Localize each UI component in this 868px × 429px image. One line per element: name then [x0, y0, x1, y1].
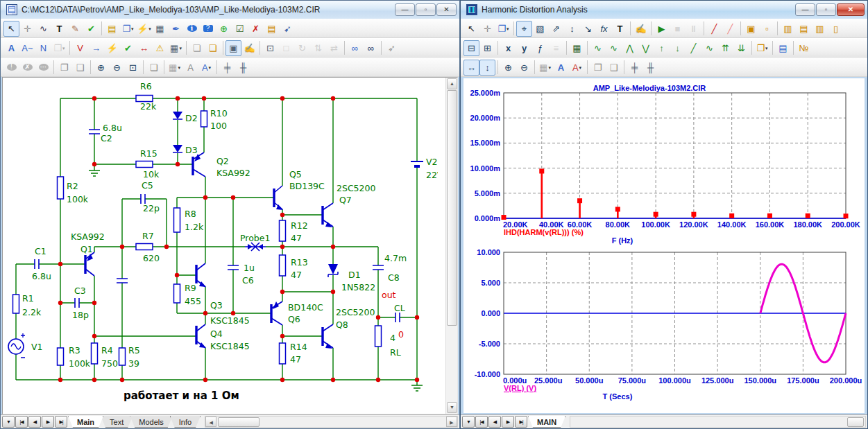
bus-tool[interactable]: ▤	[104, 21, 120, 37]
clipboard-menu[interactable]: ❐▾	[754, 40, 770, 56]
zoom-in-tool[interactable]: ⊕	[500, 60, 516, 76]
inflection-cursor-tool[interactable]: ∿	[701, 40, 717, 56]
global-high-tool[interactable]: ⇈	[717, 40, 733, 56]
text-tool[interactable]: T	[612, 21, 628, 37]
zoom-out-tool[interactable]: ⊖	[109, 60, 125, 76]
more-errors-tool[interactable]: ⋯	[35, 60, 51, 76]
grid-menu[interactable]: ▦▾	[537, 60, 553, 76]
formula-text-tool[interactable]: fx	[596, 21, 612, 37]
fit-width-tool[interactable]: ↔	[463, 60, 479, 76]
analysis-first-tab-button[interactable]: |◀	[475, 416, 488, 428]
clear-errors-tool[interactable]: ✗	[19, 60, 35, 76]
component-menu[interactable]: ❐▾	[495, 21, 511, 37]
select-mode-tool[interactable]: ▣	[225, 40, 241, 56]
page-flip-tool[interactable]: ❏	[146, 60, 162, 76]
multi-plot-tool[interactable]: ⊞	[479, 40, 495, 56]
data-points-tool[interactable]: ╱	[722, 21, 738, 37]
font-tool[interactable]: A	[182, 60, 198, 76]
schematic-hscrollbar[interactable]: ◀ ▶	[205, 416, 458, 428]
analysis-last-tab-button[interactable]: ▶|	[515, 416, 527, 428]
help-tool[interactable]: ?	[200, 21, 216, 37]
remove-model-tool[interactable]: ✗	[248, 21, 264, 37]
panel-stripes-2-tool[interactable]: ▤	[796, 21, 812, 37]
annotate-tool[interactable]: ✒	[168, 21, 184, 37]
attribute-text-tool[interactable]: A	[3, 40, 19, 56]
vertical-scale-tool[interactable]: ↕	[564, 21, 580, 37]
find-x-tool[interactable]: x	[500, 40, 516, 56]
scale-mode-tool[interactable]: ⇗	[548, 21, 564, 37]
power-display-tool[interactable]: ⚡	[104, 40, 120, 56]
minimize-button[interactable]: —	[795, 3, 815, 16]
grid-snap-menu[interactable]: ▦▾	[167, 60, 182, 76]
maximize-button[interactable]: ▫	[416, 3, 436, 16]
schematic-first-tab-button[interactable]: |◀	[15, 416, 28, 428]
grid-display-menu[interactable]: ▦▾	[168, 40, 184, 56]
vscroll-thumb[interactable]	[447, 90, 457, 326]
schematic-vscrollbar[interactable]: ▲ ▼	[445, 78, 457, 414]
select-box-tool[interactable]: ▣	[743, 21, 759, 37]
title-block-tool[interactable]: ❏	[205, 40, 221, 56]
high-cursor-tool[interactable]: ↑	[654, 40, 670, 56]
condition-display-tool[interactable]: ✔	[120, 40, 136, 56]
schematic-tab-menu-button[interactable]: ▼	[2, 416, 15, 428]
zoom-scale-tool[interactable]: ⊡	[125, 60, 141, 76]
align-vertical-tool[interactable]: ╪	[219, 60, 235, 76]
data-table-tool[interactable]: ▦	[569, 40, 585, 56]
analysis-plots[interactable]: 25.000m20.000m15.000m10.000m5.000m0.000m…	[463, 78, 866, 409]
analysis-prev-tab-button[interactable]: ◀	[488, 416, 501, 428]
step-prev-tool[interactable]: !	[3, 60, 19, 76]
export-tool[interactable]: ➹	[280, 21, 296, 37]
peak-cursor-tool[interactable]: ⋀	[622, 40, 638, 56]
cursor-mode-tool[interactable]: ▧	[532, 21, 548, 37]
schematic-canvas[interactable]: R622k6.8uC2R1510kD2D3R10100Q2KSA992R2100…	[4, 79, 438, 406]
analysis-titlebar[interactable]: Harmonic Distortion Analysis — ▫ ✕	[461, 1, 867, 19]
label-list-tool[interactable]: ▤	[775, 40, 791, 56]
slope-cursor-tool[interactable]: ╱	[686, 40, 701, 56]
numeric-output-tool[interactable]: №	[796, 40, 812, 56]
schematic-tab-info[interactable]: Info	[170, 416, 201, 428]
color-menu[interactable]: A▾	[569, 60, 585, 76]
scroll-left-button[interactable]: ◀	[205, 417, 216, 427]
valley-cursor-tool[interactable]: ⋁	[638, 40, 654, 56]
spreadsheet-tool[interactable]: ▦	[152, 21, 168, 37]
define-mode-tool[interactable]: ✔	[83, 21, 99, 37]
pan-tool[interactable]: ✛	[479, 21, 495, 37]
point-tag-tool[interactable]: ↘	[580, 21, 596, 37]
run-tool[interactable]: ▶	[654, 21, 670, 37]
next-data-point-tool[interactable]: ∿	[590, 40, 606, 56]
find-formula-tool[interactable]: ƒ	[532, 40, 548, 56]
font-tool[interactable]: A	[553, 60, 569, 76]
panel-stripes-4-tool[interactable]: ▯	[828, 21, 844, 37]
maximize-button[interactable]: ▫	[816, 3, 836, 16]
panel-stripes-1-tool[interactable]: ▥	[780, 21, 796, 37]
send-back-tool[interactable]: ❑	[72, 60, 88, 76]
align-vertical-tool[interactable]: ╪	[627, 60, 643, 76]
properties-tool[interactable]: ✍	[633, 21, 649, 37]
scroll-up-button[interactable]: ▲	[447, 78, 457, 89]
box-tool[interactable]: ⊡	[262, 40, 278, 56]
minimize-button[interactable]: —	[395, 3, 415, 16]
fit-height-tool[interactable]: ↕	[479, 60, 495, 76]
web-tool[interactable]: ⊕	[216, 21, 232, 37]
plot1-legend[interactable]: IHD(HARM(v(RL))) (%)	[504, 228, 584, 236]
find-tool[interactable]: ∞	[363, 40, 379, 56]
border-display-tool[interactable]: ❏	[189, 40, 205, 56]
select-tool[interactable]: ↖	[3, 21, 19, 37]
schematic-titlebar[interactable]: C:\MC12\DATA\Petrov\AMP_Like_Melodiya-10…	[1, 1, 459, 19]
schematic-tab-main[interactable]: Main	[68, 416, 103, 428]
send-back-tool[interactable]: ❑	[606, 60, 622, 76]
find-wave-tool[interactable]: ∞	[347, 40, 363, 56]
align-horizontal-tool[interactable]: ╫	[235, 60, 251, 76]
wire-mode-tool[interactable]: ∿	[35, 21, 51, 37]
find-y-tool[interactable]: y	[516, 40, 532, 56]
scroll-right-button[interactable]: ▶	[446, 417, 457, 427]
analysis-tab-menu-button[interactable]: ▼	[462, 416, 475, 428]
global-low-tool[interactable]: ⇊	[733, 40, 749, 56]
bring-front-tool[interactable]: ❐	[56, 60, 72, 76]
zoom-box-tool[interactable]: ▫	[759, 21, 775, 37]
schematic-last-tab-button[interactable]: ▶|	[55, 416, 67, 428]
scroll-down-button[interactable]: ▼	[447, 402, 457, 413]
panel-stripes-3-tool[interactable]: ▥	[812, 21, 828, 37]
hscroll-thumb[interactable]	[218, 417, 259, 427]
schematic-next-tab-button[interactable]: ▶	[42, 416, 54, 428]
